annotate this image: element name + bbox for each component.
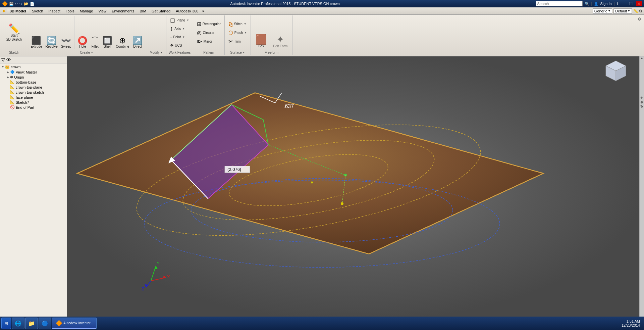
generic-combo[interactable]: Generic ▼ [593, 8, 612, 14]
measure-icon[interactable]: 📏 [633, 9, 638, 13]
face-plane-icon: 📐 [10, 95, 15, 99]
minimize-button[interactable]: ─ [620, 1, 626, 6]
title-bar: 🔶 💾 ↩ ↪ 📂 📄 Autodesk Inventor Profession… [0, 0, 644, 7]
crown-label: crown [11, 65, 20, 69]
tree-item-origin[interactable]: ▶ ⊕ Origin [0, 75, 67, 80]
fillet-button[interactable]: ⌒ Fillet [90, 36, 100, 49]
tree-item-bottom-base[interactable]: 📐 bottom-base [0, 80, 67, 85]
crown-top-plane-icon: 📐 [10, 85, 15, 89]
taskbar-ie-button[interactable]: 🌐 [12, 318, 24, 329]
combine-button[interactable]: ⊕ Combine [114, 36, 130, 49]
info-icon[interactable]: ℹ [616, 2, 618, 6]
tree-item-crown-top-plane[interactable]: 📐 crown-top-plane [0, 85, 67, 90]
rotate-icon[interactable]: ↻ [640, 105, 643, 108]
search-icon[interactable]: 🔍 [585, 2, 589, 6]
taskbar-explorer-button[interactable]: 📁 [25, 318, 38, 329]
menu-item-3dmodel[interactable]: 3D Model [7, 8, 29, 14]
zoom-icon[interactable]: ⊕ [640, 100, 643, 104]
menu-item-autodesk360[interactable]: Autodesk 360 [173, 8, 201, 14]
close-button[interactable]: ✕ [636, 1, 642, 6]
svg-text:X: X [167, 274, 170, 279]
view-cube[interactable] [602, 59, 629, 86]
face-plane-label: face-plane [16, 95, 33, 99]
visibility-icon[interactable]: 👁 [6, 57, 11, 62]
taskbar-inventor-button[interactable]: 🔶 Autodesk Inventor... [52, 318, 97, 329]
quick-access-redo[interactable]: ↪ [19, 2, 22, 6]
view-master-icon: 🔷 [10, 70, 15, 74]
end-of-part-icon: 🚫 [10, 105, 15, 109]
quick-access-save[interactable]: 💾 [9, 2, 14, 6]
tree-item-crown-top-sketch[interactable]: 📐 crown-top-sketch [0, 90, 67, 95]
axis-button[interactable]: ↕ Axis ▼ [168, 25, 191, 33]
quick-access-new[interactable]: 📄 [30, 2, 35, 6]
menu-item-getstarted[interactable]: Get Started [149, 8, 173, 14]
sketch7-label: Sketch7 [16, 100, 29, 104]
menu-overflow-icon[interactable]: ▸ [201, 8, 206, 14]
rectangular-button[interactable]: ⊞ Rectangular [195, 20, 222, 28]
direct-button[interactable]: ↗️ Direct [131, 36, 144, 49]
app-menu-icon[interactable]: ▶ [1, 8, 7, 13]
extrude-button[interactable]: ⬛ Extrude [29, 36, 43, 49]
explorer-icon: 📁 [28, 320, 35, 327]
pan-icon[interactable]: ✛ [640, 96, 643, 100]
fillet-icon: ⌒ [91, 37, 99, 45]
taskbar-chrome-button[interactable]: 🔵 [39, 318, 51, 329]
quick-access-undo[interactable]: ↩ [15, 2, 18, 6]
bottom-base-icon: 📐 [10, 80, 15, 84]
signin-button[interactable]: Sign In [600, 2, 611, 6]
tree-item-end-of-part[interactable]: 🚫 End of Part [0, 105, 67, 110]
menu-item-tools[interactable]: Tools [63, 8, 77, 14]
start-2d-sketch-button[interactable]: ✏️ Start2D Sketch [4, 23, 24, 43]
patch-button[interactable]: ⬡ Patch ▼ [227, 29, 249, 37]
box-button[interactable]: 🟫 Box [253, 34, 269, 49]
menu-item-bim[interactable]: BIM [137, 8, 149, 14]
trim-button[interactable]: ✂ Trim [227, 37, 249, 46]
ucs-button[interactable]: ⌖ UCS [168, 41, 191, 49]
editform-icon: ✦ [276, 35, 284, 44]
ribbon-content: ✏️ Start2D Sketch Sketch ⬛ Extrude 🔄 Rev… [0, 15, 644, 56]
mirror-button[interactable]: ⧐ Mirror [195, 37, 222, 46]
menu-bar: ▶ 3D Model Sketch Inspect Tools Manage V… [0, 7, 644, 15]
axis-icon: ↕ [170, 26, 173, 32]
sweep-button[interactable]: 〰️ Sweep [60, 36, 73, 49]
separator: | [591, 2, 592, 6]
revolve-button[interactable]: 🔄 Revolve [44, 36, 59, 49]
tree-item-view-master[interactable]: ▶ 🔷 View: Master [0, 69, 67, 75]
menu-item-inspect[interactable]: Inspect [46, 8, 63, 14]
menu-item-sketch[interactable]: Sketch [29, 8, 46, 14]
point-button[interactable]: · Point ▼ [168, 33, 191, 41]
plane-button[interactable]: ◻ Plane ▼ [168, 16, 191, 24]
tree-item-crown[interactable]: ▼ 👑 crown [0, 64, 67, 69]
tree-item-sketch7[interactable]: 📐 Sketch7 [0, 100, 67, 105]
restore-button[interactable]: ❐ [628, 1, 634, 6]
viewport-scrollbar[interactable]: ▲ ▼ ✛ ⊕ ↻ [639, 56, 644, 321]
filter-icon[interactable]: ▽ [1, 57, 5, 62]
generic-dropdown-arrow: ▼ [608, 9, 610, 12]
start-button[interactable]: ⊞ [1, 318, 11, 329]
search-input[interactable] [536, 1, 583, 6]
clock-date: 12/23/2014 [622, 323, 640, 327]
shell-button[interactable]: 🔲 Shell [101, 36, 114, 49]
ribbon-settings[interactable]: ⚙ [636, 15, 643, 55]
origin-icon: ⊕ [10, 75, 13, 79]
extrude-icon: ⬛ [31, 37, 41, 45]
bottom-base-label: bottom-base [16, 80, 36, 84]
ribbon-settings-icon[interactable]: ⚙ [638, 17, 641, 21]
editform-button[interactable]: ✦ Edit Form [271, 34, 290, 49]
circular-button[interactable]: ◎ Circular [195, 29, 222, 37]
menu-item-environments[interactable]: Environments [109, 8, 137, 14]
tree-item-face-plane[interactable]: 📐 face-plane [0, 95, 67, 100]
hole-button[interactable]: ⭕ Hole [76, 36, 89, 49]
stitch-button[interactable]: ⧎ Stitch ▼ [227, 20, 249, 28]
rectangular-icon: ⊞ [197, 21, 201, 27]
menu-item-manage[interactable]: Manage [77, 8, 96, 14]
window-title: Autodesk Inventor Professional 2015 - ST… [230, 2, 340, 6]
settings-icon[interactable]: ⚙ [639, 9, 643, 13]
quick-access-open[interactable]: 📂 [24, 2, 29, 6]
svg-text:Z: Z [142, 286, 144, 291]
default-combo[interactable]: Default ▼ [613, 8, 632, 14]
viewport[interactable]: ─ ❐ ✕ [67, 49, 644, 321]
quick-icons: 📏 ⚙ [633, 9, 643, 13]
svg-text:Y: Y [157, 261, 160, 266]
menu-item-view[interactable]: View [96, 8, 109, 14]
